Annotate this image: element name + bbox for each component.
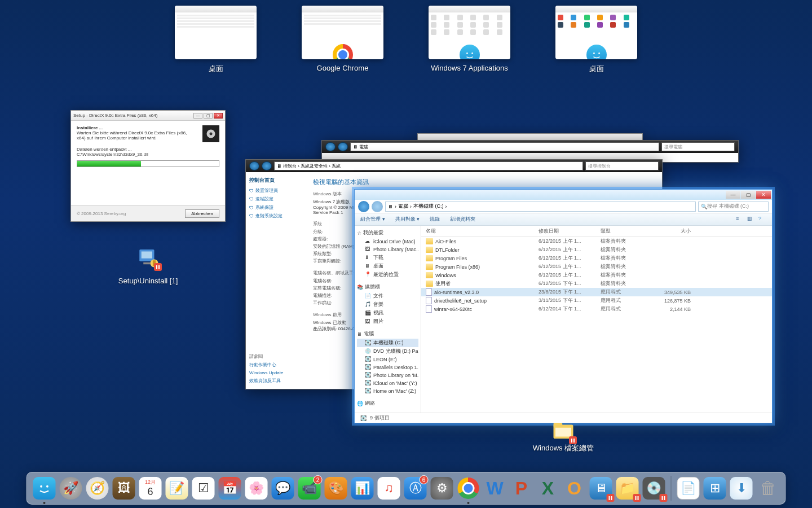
help-icon[interactable]: ?	[758, 216, 766, 224]
sidebar-item[interactable]: 📍最近的位置	[357, 270, 418, 279]
view-icon[interactable]: ≡	[736, 216, 744, 224]
new-folder-button[interactable]: 新增資料夾	[450, 216, 475, 223]
space-win7-apps[interactable]: Windows 7 Applications	[429, 6, 510, 74]
dock-facetime[interactable]: 📹2	[298, 476, 321, 500]
sidebar-item[interactable]: 🛡系統保護	[249, 204, 302, 211]
dock-outlook[interactable]: O	[563, 476, 586, 500]
sidebar-item[interactable]: ☁iCloud Drive (Mac)	[357, 238, 418, 246]
dock-word[interactable]: W	[483, 476, 507, 500]
sidebar-item[interactable]: 💽iCloud on 'Mac' (Y:)	[357, 379, 418, 387]
badge: 2	[314, 475, 323, 484]
sidebar-favorites-header[interactable]: ☆我的最愛	[357, 229, 418, 237]
dock-finder[interactable]	[33, 476, 56, 500]
see-also-item[interactable]: Windows Update	[249, 370, 302, 375]
dock-appstore[interactable]: Ⓐ6	[404, 476, 427, 500]
sidebar-item[interactable]: 🎬視訊	[357, 309, 418, 317]
sidebar-item[interactable]: 🛡遠端設定	[249, 196, 302, 202]
cancel-button[interactable]: Abbrechen	[185, 209, 219, 218]
dock-trash[interactable]: 🗑	[756, 476, 780, 500]
maximize-button[interactable]: ▢	[741, 191, 756, 199]
dock-reminders[interactable]: ☑	[192, 476, 215, 500]
dock-win-setup[interactable]: 💿	[642, 476, 666, 500]
file-row[interactable]: 使用者6/12/2015 下午 1...檔案資料夾	[421, 279, 772, 288]
cluster-label: Windows 檔案總管	[533, 443, 594, 453]
space-desktop-2[interactable]: 桌面	[555, 6, 637, 74]
address-bar[interactable]: 🖥› 電腦› 本機磁碟 (C:)›	[385, 202, 696, 212]
file-row[interactable]: AiO-Files6/12/2015 上午 1...檔案資料夾	[421, 237, 772, 246]
file-row[interactable]: drivethelife6_net_setup3/11/2015 下午 1...…	[421, 296, 772, 305]
sidebar-item[interactable]: 💽Parallels Desktop 1...	[357, 364, 418, 371]
minimize-button[interactable]: —	[726, 191, 740, 199]
dock-downloads[interactable]: ⬇	[730, 476, 753, 500]
share-menu[interactable]: 共用對象 ▾	[395, 216, 420, 223]
sidebar-item[interactable]: 🖼Photo Library (Mac...	[357, 246, 418, 253]
forward-button[interactable]	[338, 142, 348, 151]
preview-pane-icon[interactable]: ▥	[747, 216, 755, 224]
dock-calendar[interactable]: 12月6	[139, 476, 162, 500]
sidebar-header[interactable]: 控制台首頁	[249, 177, 302, 184]
sidebar-item[interactable]: 🛡進階系統設定	[249, 213, 302, 219]
burn-button[interactable]: 燒錄	[430, 216, 440, 223]
sidebar-network-header[interactable]: 🌐網路	[357, 400, 418, 407]
space-desktop-1[interactable]: 桌面	[175, 6, 257, 74]
dock-keynote[interactable]: 📊	[351, 476, 374, 500]
dock-preview[interactable]: 🖼	[112, 476, 136, 500]
file-row[interactable]: DTLFolder6/12/2015 上午 1...檔案資料夾	[421, 246, 772, 254]
sidebar-item[interactable]: 💽Home on 'Mac' (Z:)	[357, 387, 418, 395]
see-also-item[interactable]: 行動作業中心	[249, 362, 302, 368]
dock-excel[interactable]: X	[536, 476, 560, 500]
file-row[interactable]: aio-runtimes_v2.3.023/8/2015 下午 1...應用程式…	[421, 288, 772, 296]
sidebar-item[interactable]: 🖥桌面	[357, 262, 418, 270]
dock-launchpad[interactable]: 🚀	[59, 476, 83, 500]
search-input[interactable]: 搜尋電腦	[661, 142, 735, 151]
back-button[interactable]	[249, 161, 259, 170]
close-button[interactable]: ✕	[756, 191, 771, 199]
column-headers[interactable]: 名稱 修改日期 類型 大小	[421, 226, 772, 237]
sidebar-item[interactable]: 💿DVD 光碟機 (D:) Pa...	[357, 347, 418, 356]
dock-windows-folder[interactable]: ⊞	[703, 476, 727, 500]
dock-notes[interactable]: 📝	[165, 476, 189, 500]
forward-button[interactable]	[262, 161, 272, 170]
sidebar-computer-header[interactable]: 🖥電腦	[357, 330, 418, 338]
dock-pixelmator[interactable]: 🎨	[324, 476, 348, 500]
dock-itunes[interactable]: ♫	[377, 476, 401, 500]
forward-button[interactable]	[372, 201, 383, 212]
sidebar-item[interactable]: ⬇下載	[357, 253, 418, 262]
setup-window-cluster[interactable]: Setup - DirectX 9.0c Extra Files (x86, x…	[70, 110, 226, 285]
search-input[interactable]: 搜尋控制台	[585, 161, 659, 170]
sidebar-item[interactable]: 📄文件	[357, 292, 418, 300]
dock-chrome[interactable]	[457, 476, 480, 500]
minimize-button[interactable]: —	[193, 113, 202, 119]
sidebar-item[interactable]: 🎵音樂	[357, 300, 418, 309]
dock-powerpoint[interactable]: P	[510, 476, 533, 500]
close-button[interactable]: ✕	[214, 113, 223, 119]
dock-photos[interactable]: 🌸	[245, 476, 268, 500]
back-button[interactable]	[358, 201, 369, 212]
dock-safari[interactable]: 🧭	[86, 476, 109, 500]
sidebar-libraries-header[interactable]: 📚媒體櫃	[357, 283, 418, 291]
sidebar-item[interactable]: 🖼圖片	[357, 317, 418, 326]
back-button[interactable]	[325, 142, 336, 151]
sidebar-item[interactable]: 💽LEON (E:)	[357, 356, 418, 364]
address-bar[interactable]: 🖥電腦	[350, 142, 659, 151]
organize-menu[interactable]: 組合管理 ▾	[360, 216, 385, 223]
sidebar-item[interactable]: 💽Photo Library on 'M...	[357, 371, 418, 379]
maximize-button[interactable]: ▢	[204, 113, 213, 119]
see-also-item[interactable]: 效能資訊及工具	[249, 378, 302, 384]
file-row[interactable]: Windows6/12/2015 上午 1...檔案資料夾	[421, 271, 772, 279]
dock-messages[interactable]: 💬	[271, 476, 295, 500]
search-input[interactable]: 🔍 搜尋 本機磁碟 (C:)	[698, 202, 769, 212]
space-chrome[interactable]: Google Chrome	[302, 6, 383, 74]
file-row[interactable]: Program Files (x86)6/12/2015 上午 1...檔案資料…	[421, 262, 772, 271]
dock-fantastical[interactable]: 📅	[218, 476, 242, 500]
dock-win-explorer[interactable]: 📁	[616, 476, 639, 500]
dock-document[interactable]: 📄	[677, 476, 700, 500]
sidebar-item[interactable]: 🛡裝置管理員	[249, 187, 302, 194]
dock-win-cp[interactable]: 🖥	[589, 476, 613, 500]
address-bar[interactable]: 🖥控制台 › 系統及安全性 › 系統	[274, 161, 583, 170]
explorer-window[interactable]: — ▢ ✕ 🖥› 電腦› 本機磁碟 (C:)› 🔍 搜尋 本機磁碟 (C:) 組…	[354, 189, 773, 423]
file-row[interactable]: winrar-x64-520tc6/12/2014 下午 1...應用程式2,1…	[421, 305, 772, 313]
file-row[interactable]: Program Files6/12/2015 上午 1...檔案資料夾	[421, 254, 772, 262]
sidebar-item-c-drive[interactable]: 💽本機磁碟 (C:)	[357, 339, 418, 347]
dock-settings[interactable]: ⚙	[430, 476, 454, 500]
